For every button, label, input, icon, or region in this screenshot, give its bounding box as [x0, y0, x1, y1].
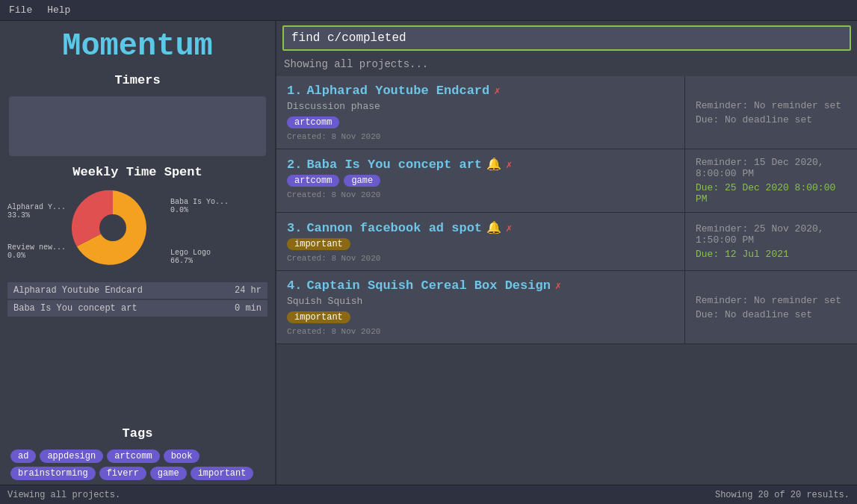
time-row-0: Alpharad Youtube Endcard 24 hr [7, 282, 267, 299]
project-number-1: 2. [287, 158, 302, 172]
project-title-0: 1. Alpharad Youtube Endcard ✗ [287, 84, 674, 98]
tag-book[interactable]: book [164, 449, 200, 463]
pie-label-lego: Lego Logo 66.7% [170, 249, 229, 265]
time-row-value-0: 24 hr [235, 285, 262, 296]
project-tag-2-0[interactable]: important [287, 238, 350, 250]
pie-chart [72, 187, 161, 276]
project-name-1: Baba Is You concept art [306, 158, 482, 172]
project-tag-1-0[interactable]: artcomm [287, 175, 339, 187]
content-area: Showing all projects... 1. Alpharad Yout… [276, 21, 857, 485]
projects-list: 1. Alpharad Youtube Endcard ✗ Discussion… [276, 76, 857, 485]
pie-labels-left: Alpharad Y... 33.3% Review new... 0.0% [7, 203, 66, 260]
tags-section: Tags ad appdesign artcomm book brainstor… [0, 417, 275, 485]
project-tags-0: artcomm [287, 116, 674, 128]
project-created-2: Created: 8 Nov 2020 [287, 254, 674, 263]
search-input[interactable] [282, 25, 851, 51]
project-tag-3-0[interactable]: important [287, 311, 350, 323]
project-bell-1[interactable]: 🔔 [486, 157, 501, 172]
project-number-3: 4. [287, 279, 302, 293]
project-due-3: Due: No deadline set [696, 309, 847, 320]
project-main-3[interactable]: 4. Captain Squish Cereal Box Design ✗ Sq… [276, 271, 685, 343]
time-table: Alpharad Youtube Endcard 24 hr Baba Is Y… [0, 282, 275, 318]
project-row-2: 3. Cannon facebook ad spot 🔔 ✗ important… [276, 213, 857, 271]
project-meta-0: Reminder: No reminder set Due: No deadli… [685, 76, 857, 149]
sidebar: Momentum Timers Weekly Time Spent Alphar… [0, 21, 276, 485]
project-meta-3: Reminder: No reminder set Due: No deadli… [685, 271, 857, 343]
tag-brainstorming[interactable]: brainstorming [10, 467, 96, 480]
project-reminder-3: Reminder: No reminder set [696, 295, 847, 306]
pie-label-review: Review new... 0.0% [7, 243, 66, 260]
tag-game[interactable]: game [150, 467, 187, 480]
status-left: Viewing all projects. [7, 490, 120, 500]
project-reminder-1: Reminder: 15 Dec 2020, 8:00:00 PM [696, 157, 847, 179]
project-title-3: 4. Captain Squish Cereal Box Design ✗ [287, 279, 674, 293]
project-delete-1[interactable]: ✗ [506, 158, 512, 171]
project-row-0: 1. Alpharad Youtube Endcard ✗ Discussion… [276, 76, 857, 149]
timers-header: Timers [0, 69, 275, 92]
project-tags-3: important [287, 311, 674, 323]
time-row-project-1: Baba Is You concept art [13, 303, 137, 314]
app-title: Momentum [0, 21, 275, 69]
tags-header: Tags [7, 422, 267, 445]
project-name-0: Alpharad Youtube Endcard [306, 84, 489, 98]
project-title-2: 3. Cannon facebook ad spot 🔔 ✗ [287, 220, 674, 235]
time-row-project-0: Alpharad Youtube Endcard [13, 285, 143, 296]
project-name-2: Cannon facebook ad spot [306, 221, 482, 235]
pie-label-baba: Baba Is Yo... 0.0% [170, 198, 229, 214]
tag-important[interactable]: important [191, 467, 254, 480]
tags-wrap: ad appdesign artcomm book brainstorming … [7, 445, 267, 485]
project-main-1[interactable]: 2. Baba Is You concept art 🔔 ✗ artcomm g… [276, 149, 685, 212]
timers-box [9, 96, 266, 156]
main-layout: Momentum Timers Weekly Time Spent Alphar… [0, 21, 857, 485]
project-meta-2: Reminder: 25 Nov 2020, 1:50:00 PM Due: 1… [685, 213, 857, 270]
pie-center [99, 214, 126, 241]
pie-svg [72, 187, 154, 269]
project-reminder-0: Reminder: No reminder set [696, 100, 847, 111]
project-reminder-2: Reminder: 25 Nov 2020, 1:50:00 PM [696, 223, 847, 246]
project-delete-2[interactable]: ✗ [506, 222, 512, 234]
project-subtitle-3: Squish Squish [287, 296, 674, 307]
status-right: Showing 20 of 20 results. [715, 490, 850, 500]
project-subtitle-0: Discussion phase [287, 101, 674, 112]
menubar: File Help [0, 0, 857, 21]
menu-help[interactable]: Help [47, 4, 70, 16]
project-tag-0-0[interactable]: artcomm [287, 116, 339, 128]
tag-ad[interactable]: ad [10, 449, 36, 463]
project-main-0[interactable]: 1. Alpharad Youtube Endcard ✗ Discussion… [276, 76, 685, 149]
project-number-0: 1. [287, 84, 302, 98]
weekly-header: Weekly Time Spent [0, 161, 275, 184]
project-due-0: Due: No deadline set [696, 114, 847, 125]
project-row-3: 4. Captain Squish Cereal Box Design ✗ Sq… [276, 271, 857, 344]
project-name-3: Captain Squish Cereal Box Design [306, 279, 550, 293]
pie-label-alpharad: Alpharad Y... 33.3% [7, 203, 66, 220]
tag-appdesign[interactable]: appdesign [40, 449, 103, 463]
project-due-1: Due: 25 Dec 2020 8:00:00 PM [696, 182, 847, 205]
time-row-1: Baba Is You concept art 0 min [7, 300, 267, 317]
project-number-2: 3. [287, 221, 302, 235]
pie-labels-right: Baba Is Yo... 0.0% Lego Logo 66.7% [170, 198, 229, 265]
project-created-3: Created: 8 Nov 2020 [287, 327, 674, 336]
project-created-1: Created: 8 Nov 2020 [287, 190, 674, 199]
project-created-0: Created: 8 Nov 2020 [287, 132, 674, 141]
time-row-value-1: 0 min [235, 303, 262, 314]
project-delete-0[interactable]: ✗ [494, 84, 500, 97]
project-due-2: Due: 12 Jul 2021 [696, 249, 847, 260]
search-bar-wrap [276, 21, 857, 55]
project-tags-2: important [287, 238, 674, 250]
project-meta-1: Reminder: 15 Dec 2020, 8:00:00 PM Due: 2… [685, 149, 857, 212]
status-bar: Viewing all projects. Showing 20 of 20 r… [0, 485, 857, 504]
project-tag-1-1[interactable]: game [344, 175, 380, 187]
project-delete-3[interactable]: ✗ [555, 279, 561, 292]
project-title-1: 2. Baba Is You concept art 🔔 ✗ [287, 157, 674, 172]
project-tags-1: artcomm game [287, 175, 674, 187]
tag-fiverr[interactable]: fiverr [99, 467, 146, 480]
showing-label: Showing all projects... [276, 55, 857, 76]
project-row-1: 2. Baba Is You concept art 🔔 ✗ artcomm g… [276, 149, 857, 213]
tag-artcomm[interactable]: artcomm [107, 449, 159, 463]
menu-file[interactable]: File [9, 4, 32, 16]
project-main-2[interactable]: 3. Cannon facebook ad spot 🔔 ✗ important… [276, 213, 685, 270]
chart-area: Alpharad Y... 33.3% Review new... 0.0% [0, 184, 275, 279]
project-bell-2[interactable]: 🔔 [486, 220, 501, 235]
